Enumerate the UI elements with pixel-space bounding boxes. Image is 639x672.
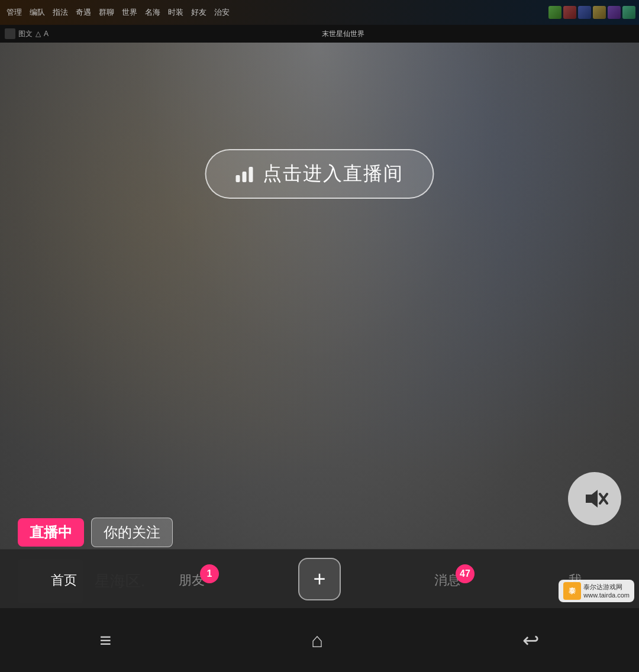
game-sub-center: 末世星仙世界 <box>51 29 634 39</box>
game-menu-team[interactable]: 编队 <box>27 6 48 19</box>
watermark-text: 泰尔达游戏网 www.tairda.com <box>583 583 630 600</box>
live-badge[interactable]: 直播中 <box>18 518 84 547</box>
game-hud-icon-5[interactable] <box>608 6 621 19</box>
bar-1 <box>236 175 240 182</box>
bottom-nav: 首页 1 朋友 + 47 消息 我 <box>0 549 639 608</box>
watermark: 泰 泰尔达游戏网 www.tairda.com <box>559 580 634 602</box>
plus-button[interactable]: + <box>298 558 341 600</box>
live-room-button[interactable]: 点击进入直播间 <box>205 149 434 199</box>
game-icons-right <box>548 6 635 19</box>
mute-icon <box>581 485 608 512</box>
game-hud-icon-6[interactable] <box>622 6 635 19</box>
game-menu-quest[interactable]: 奇遇 <box>73 6 94 19</box>
game-menu-world[interactable]: 世界 <box>119 6 140 19</box>
game-sub-text-1: 图文 <box>18 29 33 39</box>
game-menu-skill[interactable]: 指法 <box>50 6 71 19</box>
bar-3 <box>249 167 253 182</box>
nav-label-home: 首页 <box>51 571 77 589</box>
system-menu-icon[interactable]: ≡ <box>100 629 112 652</box>
nav-item-friends[interactable]: 1 朋友 <box>156 569 227 589</box>
friends-badge: 1 <box>200 564 219 583</box>
app-content: 点击进入直播间 直播中 你的关注 星海区. <box>0 43 639 608</box>
game-sub-icon-1[interactable] <box>5 28 15 39</box>
nav-item-plus[interactable]: + <box>284 558 355 600</box>
game-menu-manage[interactable]: 管理 <box>4 6 25 19</box>
game-sub-bar: 图文 △ A 末世星仙世界 <box>0 25 639 43</box>
live-button-label: 点击进入直播间 <box>263 161 404 187</box>
game-bar-inner: 管理 编队 指法 奇遇 群聊 世界 名海 时装 好友 治安 <box>0 0 639 25</box>
plus-icon: + <box>313 568 325 590</box>
system-home-icon[interactable]: ⌂ <box>311 629 324 652</box>
system-back-icon[interactable]: ↩ <box>522 628 539 652</box>
game-sub-text-2: △ <box>36 30 41 38</box>
messages-badge: 47 <box>456 564 475 583</box>
nav-item-messages[interactable]: 47 消息 <box>412 569 483 589</box>
follow-tag[interactable]: 你的关注 <box>91 518 173 547</box>
nav-item-home[interactable]: 首页 <box>28 569 99 589</box>
game-menu-security[interactable]: 治安 <box>211 6 233 19</box>
signal-bars-icon <box>236 166 253 182</box>
watermark-line1: 泰尔达游戏网 <box>583 583 630 591</box>
svg-marker-2 <box>586 490 598 508</box>
red-arrow-indicator <box>462 43 592 54</box>
game-hud-icon-2[interactable] <box>563 6 576 19</box>
tags-row: 直播中 你的关注 <box>0 518 639 547</box>
bar-2 <box>243 172 247 182</box>
mute-button[interactable] <box>568 472 621 525</box>
game-menu-fame[interactable]: 名海 <box>142 6 163 19</box>
game-sub-text-3: A <box>44 30 49 38</box>
game-title: 末世星仙世界 <box>322 29 364 39</box>
watermark-line2: www.tairda.com <box>583 591 630 599</box>
game-menu-friends2[interactable]: 好友 <box>188 6 209 19</box>
system-nav: ≡ ⌂ ↩ <box>0 608 639 672</box>
game-hud-icon-1[interactable] <box>548 6 561 19</box>
game-hud-icon-3[interactable] <box>578 6 591 19</box>
watermark-logo: 泰 <box>563 582 581 600</box>
game-menu-group[interactable]: 群聊 <box>96 6 117 19</box>
game-bar: 管理 编队 指法 奇遇 群聊 世界 名海 时装 好友 治安 <box>0 0 639 25</box>
game-menu-fashion[interactable]: 时装 <box>165 6 186 19</box>
game-hud-icon-4[interactable] <box>593 6 606 19</box>
